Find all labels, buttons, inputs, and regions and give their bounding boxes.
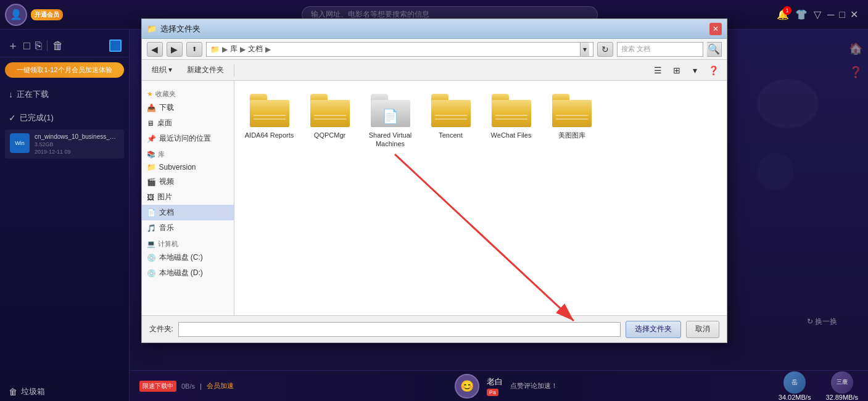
view-dropdown-btn[interactable]: ▾ [687,62,703,78]
folder-img-aida64 [250,94,289,127]
file-item-aida64[interactable]: AIDA64 Reports [242,88,297,154]
recent-icon: 📌 [147,134,156,143]
nav-item-desktop[interactable]: 🖥 桌面 [142,115,234,131]
star-icon: ★ [147,90,153,98]
path-docs: 文档 [248,44,263,54]
desktop-icon: 🖥 [147,119,154,128]
footer-label: 文件夹: [149,324,173,334]
nav-section-library: 📚 库 [142,146,234,160]
search-submit-btn[interactable]: 🔍 [707,42,722,57]
dialog-footer: 文件夹: 选择文件夹 取消 [142,315,727,342]
search-placeholder: 搜索 文档 [621,44,650,54]
up-btn[interactable]: ⬆ [186,42,202,57]
dialog-toolbar: 组织 ▾ 新建文件夹 ☰ ⊞ ▾ ❓ [142,60,727,81]
file-label-aida64: AIDA64 Reports [245,131,294,139]
file-item-qqpc[interactable]: QQPCMgr [302,88,358,154]
file-label-wechat: WeChat Files [491,131,532,139]
nav-item-documents[interactable]: 📄 文档 [142,205,234,220]
hdd-c-icon: 💿 [147,254,156,262]
toolbar-sep [234,64,234,76]
dialog-titlebar: 📁 选择文件夹 ✕ [142,19,727,39]
folder-input[interactable] [178,322,621,337]
file-label-qqpc: QQPCMgr [314,131,345,139]
file-label-shared-vm: Shared Virtual Machines [366,131,415,149]
dialog-overlay: 📁 选择文件夹 ✕ ◀ ▶ ⬆ 📁 ▶ 库 ▶ 文档 ▶ ▾ ↻ 搜索 [0,0,868,401]
dialog-body: ★ 收藏夹 📥 下载 🖥 桌面 📌 最近访问的位置 📚 库 [142,81,727,315]
folder-img-wechat [492,94,531,127]
folder-img-meitupic [552,94,592,127]
addr-refresh-btn[interactable]: ↻ [597,42,613,57]
view-list-btn[interactable]: ☰ [650,62,666,78]
folder-img-qqpc [310,94,350,127]
dialog-title: 📁 选择文件夹 [147,23,200,35]
folder-img-tencent [431,94,471,127]
cancel-btn[interactable]: 取消 [686,321,719,338]
toolbar-right: ☰ ⊞ ▾ ❓ [650,62,722,78]
folder-icon-sv: 📁 [147,163,156,172]
file-grid: AIDA64 Reports QQPCMgr [234,81,727,315]
nav-tree: ★ 收藏夹 📥 下载 🖥 桌面 📌 最近访问的位置 📚 库 [142,81,234,315]
organize-btn[interactable]: 组织 ▾ [147,62,177,78]
path-icon: 📁 [210,45,220,54]
nav-item-subversion[interactable]: 📁 Subversion [142,160,234,174]
path-lib: 库 [230,44,238,54]
video-icon: 🎬 [147,178,156,186]
select-folder-btn[interactable]: 选择文件夹 [626,321,681,338]
dialog-folder-icon: 📁 [147,24,157,33]
folder-img-shared-vm: 📄 [371,94,410,127]
file-item-wechat[interactable]: WeChat Files [484,88,539,154]
file-label-meitupic: 美图图库 [558,131,585,139]
folder-icon: 📥 [147,104,156,112]
dialog-addressbar: ◀ ▶ ⬆ 📁 ▶ 库 ▶ 文档 ▶ ▾ ↻ 搜索 文档 🔍 [142,39,727,60]
music-icon: 🎵 [147,224,156,233]
library-icon: 📚 [147,151,155,159]
address-path[interactable]: 📁 ▶ 库 ▶ 文档 ▶ ▾ [206,42,593,57]
nav-item-music[interactable]: 🎵 音乐 [142,220,234,236]
file-item-meitupic[interactable]: 美图图库 [544,88,600,154]
view-grid-btn[interactable]: ⊞ [669,62,685,78]
file-item-tencent[interactable]: Tencent [423,88,479,154]
back-btn[interactable]: ◀ [147,42,163,57]
nav-item-recent[interactable]: 📌 最近访问的位置 [142,131,234,146]
doc-icon: 📄 [382,109,399,125]
file-label-tencent: Tencent [439,131,463,139]
nav-item-video[interactable]: 🎬 视频 [142,174,234,189]
file-dialog: 📁 选择文件夹 ✕ ◀ ▶ ⬆ 📁 ▶ 库 ▶ 文档 ▶ ▾ ↻ 搜索 [141,19,727,343]
help-btn[interactable]: ❓ [706,62,722,78]
nav-item-drive-d[interactable]: 💿 本地磁盘 (D:) [142,265,234,281]
nav-item-drive-c[interactable]: 💿 本地磁盘 (C:) [142,250,234,265]
dialog-close-btn[interactable]: ✕ [709,23,722,35]
nav-item-pictures[interactable]: 🖼 图片 [142,189,234,205]
forward-btn[interactable]: ▶ [167,42,183,57]
search-box[interactable]: 搜索 文档 [617,42,703,57]
nav-section-computer: 💻 计算机 [142,236,234,250]
nav-section-favorites: ★ 收藏夹 [142,86,234,100]
up-icon: ⬆ [192,46,197,52]
computer-icon: 💻 [147,240,155,248]
hdd-d-icon: 💿 [147,269,156,278]
documents-icon: 📄 [147,209,156,217]
file-item-shared-vm[interactable]: 📄 Shared Virtual Machines [363,88,418,154]
new-folder-btn[interactable]: 新建文件夹 [182,62,229,78]
pictures-icon: 🖼 [147,193,154,202]
path-dropdown[interactable]: ▾ [580,43,589,56]
nav-item-download[interactable]: 📥 下载 [142,100,234,115]
